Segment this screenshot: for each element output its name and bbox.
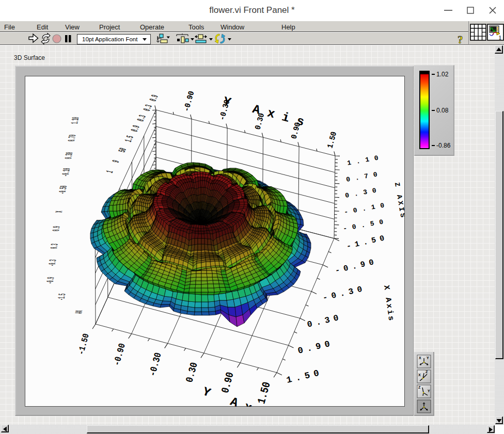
svg-text:-0.30: -0.30 (322, 284, 367, 303)
svg-text:Z AXIS: Z AXIS (393, 182, 405, 220)
svg-text:0.3: 0.3 (49, 244, 61, 249)
svg-text:1.50: 1.50 (286, 367, 324, 385)
svg-text:50: 50 (116, 147, 129, 154)
svg-text:-0.9: -0.9 (44, 277, 57, 284)
svg-text:0.9: 0.9 (51, 226, 63, 231)
svg-text:1: 1 (498, 34, 502, 41)
svg-text:1.10: 1.10 (69, 117, 82, 124)
svg-text:Z: Z (426, 370, 428, 374)
svg-text:-0.50: -0.50 (342, 217, 389, 233)
svg-text:-1.50: -1.50 (345, 233, 389, 251)
svg-text:X: X (418, 373, 421, 377)
svg-text:-0.90: -0.90 (334, 256, 379, 275)
svg-text:X Axis: X Axis (382, 285, 396, 323)
svg-text:0.3: 0.3 (135, 114, 148, 122)
svg-text:Y: Y (428, 389, 430, 393)
svg-text:0.30: 0.30 (184, 361, 200, 384)
svg-text:Y: Y (427, 356, 429, 360)
svg-text:1.50: 1.50 (326, 131, 339, 149)
svg-text:X: X (54, 211, 65, 213)
svg-text:AX: AX (73, 310, 85, 314)
svg-text:-0.10: -0.10 (343, 201, 390, 216)
svg-text:0.70: 0.70 (66, 135, 79, 141)
svg-text:-0.50: -0.50 (57, 186, 70, 195)
svg-text:0.9: 0.9 (129, 124, 142, 133)
svg-text:0.70: 0.70 (345, 170, 383, 184)
svg-text:-0.90: -0.90 (112, 342, 128, 367)
svg-text:1: 1 (104, 169, 115, 174)
svg-text:1.5: 1.5 (122, 135, 136, 143)
svg-text:0.30: 0.30 (344, 186, 382, 200)
svg-text:?: ? (458, 34, 463, 46)
svg-text:X: X (419, 356, 421, 360)
svg-text:0.90: 0.90 (297, 338, 335, 356)
svg-text:0.3: 0.3 (141, 104, 154, 112)
svg-text:9: 9 (110, 159, 121, 164)
svg-text:-0.10: -0.10 (60, 168, 73, 177)
svg-text:-1.5: -1.5 (56, 294, 69, 300)
svg-text:Y Axis: Y Axis (222, 94, 313, 132)
svg-text:1.10: 1.10 (346, 153, 384, 167)
svg-text:Z: Z (418, 385, 421, 389)
svg-text:1.50: 1.50 (255, 380, 273, 405)
svg-text:-0.3: -0.3 (46, 260, 59, 266)
svg-text:-0.30: -0.30 (147, 351, 164, 378)
svg-text:0.30: 0.30 (306, 312, 343, 330)
svg-text:0.30: 0.30 (63, 152, 76, 159)
svg-text:-0.90: -0.90 (182, 90, 196, 113)
svg-text:-1.50: -1.50 (76, 332, 91, 356)
svg-text:0.9: 0.9 (147, 94, 161, 102)
